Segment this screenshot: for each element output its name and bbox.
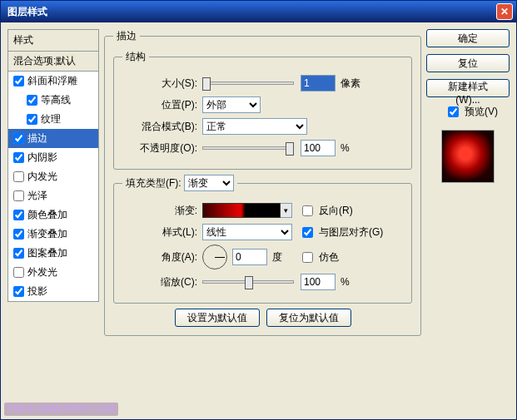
structure-fieldset: 结构 大小(S): 像素 位置(P): 外部 混合模式(B): 正常 bbox=[113, 50, 412, 170]
style-item[interactable]: 外发光 bbox=[8, 263, 98, 282]
main-panel: 描边 结构 大小(S): 像素 位置(P): 外部 混合模式(B): bbox=[104, 29, 421, 413]
reverse-label: 反向(R) bbox=[319, 204, 353, 218]
gradient-label: 渐变: bbox=[122, 204, 197, 218]
angle-unit: 度 bbox=[272, 250, 282, 264]
make-default-button[interactable]: 设置为默认值 bbox=[175, 309, 260, 327]
gradient-dropdown[interactable]: ▾ bbox=[281, 203, 292, 218]
reverse-checkbox[interactable] bbox=[302, 205, 313, 216]
style-item[interactable]: 斜面和浮雕 bbox=[8, 72, 98, 91]
size-label: 大小(S): bbox=[122, 77, 197, 91]
style-item[interactable]: 渐变叠加 bbox=[8, 225, 98, 244]
style-item[interactable]: 图案叠加 bbox=[8, 244, 98, 263]
style-label: 光泽 bbox=[27, 189, 47, 203]
style-label: 样式(L): bbox=[122, 225, 197, 240]
reverse-checkbox-wrap[interactable]: 反向(R) bbox=[299, 203, 353, 219]
titlebar: 图层样式 ✕ bbox=[1, 1, 516, 22]
style-checkbox[interactable] bbox=[13, 76, 24, 86]
styles-list: 混合选项:默认斜面和浮雕等高线纹理描边内阴影内发光光泽颜色叠加渐变叠加图案叠加外… bbox=[7, 51, 99, 302]
style-item[interactable]: 颜色叠加 bbox=[8, 205, 98, 225]
align-checkbox-wrap[interactable]: 与图层对齐(G) bbox=[299, 225, 383, 240]
position-label: 位置(P): bbox=[122, 98, 197, 112]
opacity-input[interactable] bbox=[301, 140, 336, 156]
scale-slider[interactable] bbox=[202, 280, 294, 284]
right-panel: 确定 复位 新建样式(W)... 预览(V) bbox=[426, 29, 510, 413]
gradient-swatch[interactable] bbox=[202, 203, 281, 218]
ok-button[interactable]: 确定 bbox=[426, 29, 510, 47]
stroke-legend: 描边 bbox=[113, 29, 140, 43]
style-label: 外发光 bbox=[27, 265, 57, 279]
blendmode-label: 混合模式(B): bbox=[122, 120, 197, 134]
window-title: 图层样式 bbox=[7, 5, 496, 19]
style-checkbox[interactable] bbox=[13, 152, 24, 163]
opacity-slider[interactable] bbox=[202, 146, 294, 150]
style-item[interactable]: 光泽 bbox=[8, 186, 98, 205]
style-label: 投影 bbox=[27, 284, 47, 299]
opacity-label: 不透明度(O): bbox=[122, 141, 197, 156]
style-checkbox[interactable] bbox=[13, 133, 24, 144]
dither-checkbox-wrap[interactable]: 仿色 bbox=[299, 250, 339, 265]
preview-checkbox-wrap[interactable]: 预览(V) bbox=[445, 104, 498, 120]
blendmode-select[interactable]: 正常 bbox=[202, 118, 307, 135]
structure-legend: 结构 bbox=[122, 50, 149, 64]
style-checkbox[interactable] bbox=[27, 114, 37, 125]
watermark: PS学堂 WWW.52PSXT.COM bbox=[4, 403, 118, 416]
preview-thumbnail bbox=[441, 130, 495, 183]
style-label: 内发光 bbox=[27, 170, 57, 184]
style-label: 纹理 bbox=[41, 112, 61, 126]
styles-header: 样式 bbox=[7, 29, 99, 51]
style-label: 颜色叠加 bbox=[27, 208, 67, 222]
fill-fieldset: 填充类型(F): 渐变 渐变: ▾ 反向(R) 样式(L): 线性 bbox=[113, 175, 412, 304]
size-slider[interactable] bbox=[202, 82, 294, 85]
style-select[interactable]: 线性 bbox=[202, 224, 292, 240]
style-item[interactable]: 等高线 bbox=[8, 91, 98, 110]
style-label: 渐变叠加 bbox=[27, 227, 67, 241]
angle-dial[interactable] bbox=[202, 245, 227, 269]
style-label: 内阴影 bbox=[27, 151, 57, 165]
preview-label: 预览(V) bbox=[465, 105, 498, 119]
style-checkbox[interactable] bbox=[13, 267, 24, 278]
angle-label: 角度(A): bbox=[122, 250, 197, 264]
style-checkbox[interactable] bbox=[27, 95, 37, 106]
filltype-select[interactable]: 渐变 bbox=[184, 175, 234, 191]
style-label: 图案叠加 bbox=[27, 246, 67, 260]
size-unit: 像素 bbox=[341, 77, 360, 91]
stroke-fieldset: 描边 结构 大小(S): 像素 位置(P): 外部 混合模式(B): bbox=[104, 29, 421, 336]
position-select[interactable]: 外部 bbox=[202, 96, 261, 113]
style-item[interactable]: 内发光 bbox=[8, 167, 98, 186]
style-checkbox[interactable] bbox=[13, 229, 24, 240]
close-button[interactable]: ✕ bbox=[496, 3, 513, 20]
angle-input[interactable] bbox=[232, 249, 267, 265]
align-label: 与图层对齐(G) bbox=[319, 225, 383, 240]
style-label: 描边 bbox=[27, 131, 47, 146]
scale-label: 缩放(C): bbox=[122, 275, 197, 289]
style-label: 斜面和浮雕 bbox=[27, 74, 77, 88]
style-checkbox[interactable] bbox=[13, 248, 24, 259]
style-checkbox[interactable] bbox=[13, 171, 24, 182]
style-checkbox[interactable] bbox=[13, 286, 24, 297]
styles-panel: 样式 混合选项:默认斜面和浮雕等高线纹理描边内阴影内发光光泽颜色叠加渐变叠加图案… bbox=[7, 29, 99, 413]
blend-options-item[interactable]: 混合选项:默认 bbox=[8, 52, 98, 72]
size-input[interactable] bbox=[301, 75, 336, 91]
preview-checkbox[interactable] bbox=[448, 106, 459, 117]
align-checkbox[interactable] bbox=[302, 227, 313, 238]
dither-checkbox[interactable] bbox=[302, 252, 313, 263]
style-item[interactable]: 描边 bbox=[8, 129, 98, 148]
reset-default-button[interactable]: 复位为默认值 bbox=[266, 309, 351, 327]
style-item[interactable]: 内阴影 bbox=[8, 148, 98, 167]
scale-unit: % bbox=[341, 276, 350, 288]
fill-legend: 填充类型(F): 渐变 bbox=[122, 175, 237, 191]
style-checkbox[interactable] bbox=[13, 190, 24, 201]
style-item[interactable]: 纹理 bbox=[8, 110, 98, 129]
new-style-button[interactable]: 新建样式(W)... bbox=[426, 79, 510, 97]
style-label: 等高线 bbox=[41, 93, 71, 107]
style-item[interactable]: 投影 bbox=[8, 282, 98, 301]
cancel-button[interactable]: 复位 bbox=[426, 54, 510, 72]
opacity-unit: % bbox=[341, 142, 350, 154]
filltype-label: 填充类型(F): bbox=[126, 177, 181, 189]
dither-label: 仿色 bbox=[319, 250, 339, 264]
style-checkbox[interactable] bbox=[13, 210, 24, 220]
scale-input[interactable] bbox=[301, 274, 336, 290]
